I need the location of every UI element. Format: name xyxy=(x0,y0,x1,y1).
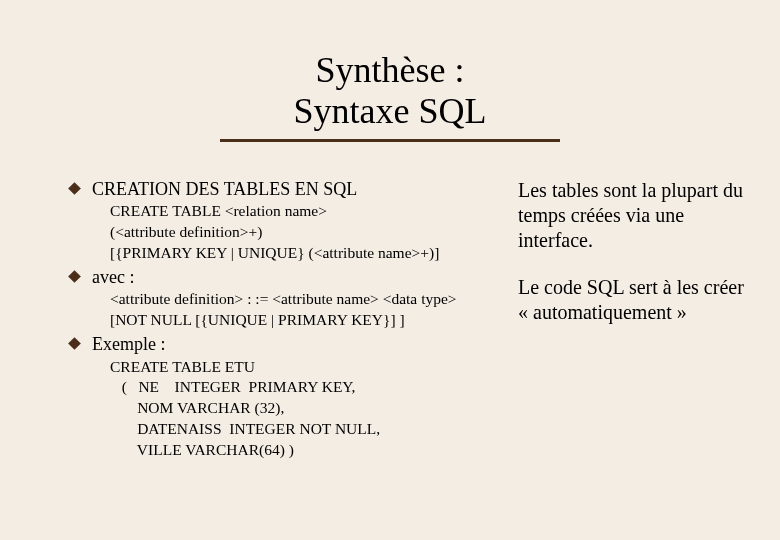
slide: Synthèse : Syntaxe SQL CREATION DES TABL… xyxy=(0,0,780,540)
diamond-icon xyxy=(68,337,81,350)
bullet-heading: avec : xyxy=(92,266,504,289)
bullet-heading: Exemple : xyxy=(92,333,504,356)
bullet-subline: <attribute definition> : := <attribute n… xyxy=(92,289,504,310)
side-note: Le code SQL sert à les créer « automatiq… xyxy=(518,275,756,325)
title-line1: Synthèse : xyxy=(20,50,760,91)
bullet-heading: CREATION DES TABLES EN SQL xyxy=(92,178,504,201)
example-code: CREATE TABLE ETU ( NE INTEGER PRIMARY KE… xyxy=(92,357,504,462)
diamond-icon xyxy=(68,270,81,283)
bullet-subline: [NOT NULL [{UNIQUE | PRIMARY KEY}] ] xyxy=(92,310,504,331)
title-block: Synthèse : Syntaxe SQL xyxy=(20,50,760,142)
bullet-avec: avec : <attribute definition> : := <attr… xyxy=(92,266,504,331)
right-column: Les tables sont la plupart du temps créé… xyxy=(510,178,760,463)
bullet-subline: (<attribute definition>+) xyxy=(92,222,504,243)
title-line2: Syntaxe SQL xyxy=(20,91,760,132)
content-columns: CREATION DES TABLES EN SQL CREATE TABLE … xyxy=(20,178,760,463)
bullet-subline: CREATE TABLE <relation name> xyxy=(92,201,504,222)
bullet-creation: CREATION DES TABLES EN SQL CREATE TABLE … xyxy=(92,178,504,264)
bullet-exemple: Exemple : CREATE TABLE ETU ( NE INTEGER … xyxy=(92,333,504,461)
diamond-icon xyxy=(68,182,81,195)
left-column: CREATION DES TABLES EN SQL CREATE TABLE … xyxy=(20,178,510,463)
side-note: Les tables sont la plupart du temps créé… xyxy=(518,178,756,253)
bullet-subline: [{PRIMARY KEY | UNIQUE} (<attribute name… xyxy=(92,243,504,264)
title-underline xyxy=(220,139,560,142)
